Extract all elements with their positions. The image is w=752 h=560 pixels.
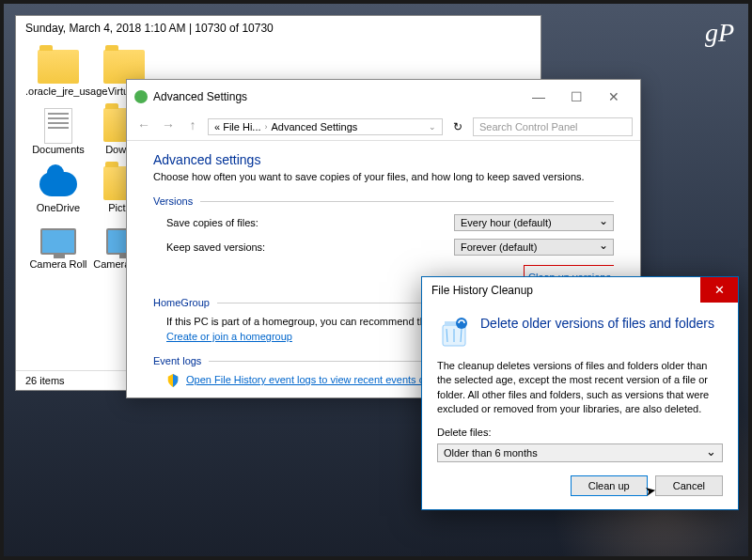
cancel-button[interactable]: Cancel [655, 475, 723, 496]
folder-item[interactable]: Camera Roll [25, 225, 91, 270]
up-button[interactable]: ↑ [183, 117, 202, 136]
breadcrumb-item[interactable]: Advanced Settings [272, 121, 358, 132]
forward-button[interactable]: → [159, 117, 178, 136]
save-copies-label: Save copies of files: [166, 217, 454, 228]
dropdown-icon[interactable]: ⌄ [429, 122, 436, 132]
app-icon [134, 90, 148, 103]
dialog-title-text: File History Cleanup [431, 284, 533, 297]
folder-label: Camera Roll [29, 258, 86, 270]
recycle-bin-icon [437, 316, 471, 350]
explorer-header: Sunday, March 4, 2018 1:10 AM | 10730 of… [16, 16, 540, 40]
dialog-body-text: The cleanup deletes versions of files an… [437, 359, 723, 417]
folder-label: OneDrive [37, 202, 80, 213]
section-versions: Versions [153, 195, 614, 207]
chevron-icon: › [265, 122, 268, 132]
document-icon [44, 108, 72, 144]
titlebar: Advanced Settings — ☐ ✕ [127, 80, 640, 114]
address-bar[interactable]: « File Hi... › Advanced Settings ⌄ [208, 118, 443, 135]
cleanup-button[interactable]: Clean up [571, 475, 648, 496]
dialog-titlebar: File History Cleanup ✕ [422, 277, 738, 303]
mouse-cursor: ➤ [644, 482, 658, 499]
search-input[interactable]: Search Control Panel [473, 117, 633, 136]
dialog-close-button[interactable]: ✕ [700, 277, 738, 303]
folder-label: Documents [32, 144, 85, 155]
delete-files-label: Delete files: [437, 427, 723, 438]
homegroup-link[interactable]: Create or join a homegroup [166, 331, 292, 342]
onedrive-icon [39, 172, 77, 196]
window-title: Advanced Settings [153, 90, 247, 103]
navbar: ← → ↑ « File Hi... › Advanced Settings ⌄… [127, 114, 640, 141]
shield-icon [166, 374, 180, 387]
save-copies-dropdown[interactable]: Every hour (default) [454, 214, 614, 231]
maximize-button[interactable]: ☐ [557, 86, 595, 108]
computer-icon [40, 228, 76, 255]
keep-versions-label: Keep saved versions: [166, 241, 454, 253]
breadcrumb-item[interactable]: « File Hi... [214, 121, 261, 132]
folder-item[interactable]: .oracle_jre_usage [25, 50, 91, 97]
page-heading: Advanced settings [153, 152, 614, 167]
close-button[interactable]: ✕ [595, 86, 633, 108]
back-button[interactable]: ← [134, 117, 153, 136]
keep-versions-dropdown[interactable]: Forever (default) [454, 239, 614, 256]
folder-item[interactable]: OneDrive [25, 166, 91, 213]
folder-item[interactable]: Documents [25, 108, 91, 155]
eventlogs-link[interactable]: Open File History event logs to view rec… [186, 374, 458, 385]
watermark-logo: gP [705, 18, 734, 48]
dialog-heading: Delete older versions of files and folde… [480, 316, 714, 350]
cleanup-dialog: File History Cleanup ✕ Delete older vers… [421, 276, 739, 510]
page-description: Choose how often you want to save copies… [153, 171, 614, 182]
svg-point-2 [456, 318, 467, 329]
delete-files-dropdown[interactable]: Older than 6 months [437, 443, 723, 462]
minimize-button[interactable]: — [520, 86, 557, 108]
refresh-button[interactable]: ↻ [448, 120, 467, 133]
folder-icon [38, 50, 79, 84]
